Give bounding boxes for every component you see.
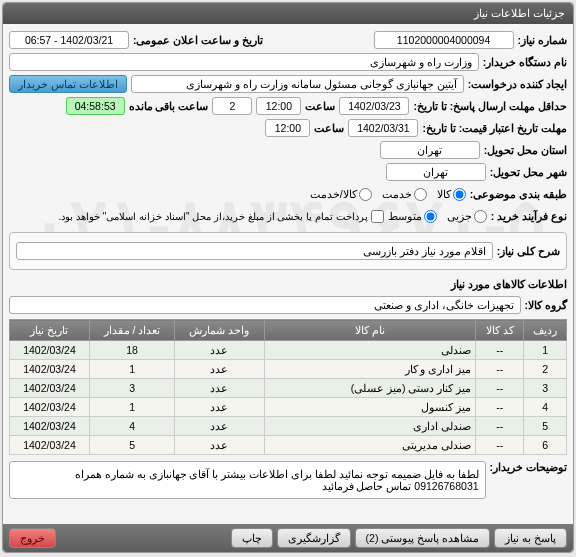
summary-label: شرح کلی نیاز: <box>497 245 560 257</box>
remaining-label: ساعت باقی مانده <box>129 100 209 112</box>
buyer-label: نام دستگاه خریدار: <box>483 56 567 68</box>
announce-label: تاریخ و ساعت اعلان عمومی: <box>133 34 263 46</box>
table-row[interactable]: 1--صندلیعدد181402/03/24 <box>10 341 567 360</box>
buy-process-label: نوع فرآیند خرید : <box>491 210 567 222</box>
countdown-timer: 04:58:53 <box>66 97 125 115</box>
table-row[interactable]: 5--صندلی اداریعدد41402/03/24 <box>10 417 567 436</box>
cell-n: 1 <box>524 341 567 360</box>
group-value: تجهیزات خانگی، اداری و صنعتی <box>9 296 521 314</box>
footer-bar: پاسخ به نیاز مشاهده پاسخ پیوستی (2) گزار… <box>3 524 573 552</box>
proc-note: پرداخت تمام یا بخشی از مبلغ خرید،از محل … <box>59 210 384 223</box>
summary-section: شرح کلی نیاز: اقلام مورد نیاز دفتر بازرس… <box>9 232 567 270</box>
reply-button[interactable]: پاسخ به نیاز <box>494 528 567 548</box>
cell-unit: عدد <box>175 341 264 360</box>
table-row[interactable]: 3--میز کنار دستی (میز عسلی)عدد31402/03/2… <box>10 379 567 398</box>
window: جزئیات اطلاعات نیاز ۰۲۱-۸۸۳۴۹۶۷۰-۵ شماره… <box>2 2 574 553</box>
validity-date: 1402/03/31 <box>348 119 418 137</box>
exit-button[interactable]: خروج <box>9 528 56 548</box>
radio-goods-label: کالا <box>437 188 451 200</box>
th-unit: واحد شمارش <box>175 320 264 341</box>
radio-service-label: خدمت <box>382 188 412 200</box>
content-area: ۰۲۱-۸۸۳۴۹۶۷۰-۵ شماره نیاز: 1102000004000… <box>3 24 573 524</box>
print-button[interactable]: چاپ <box>231 528 273 548</box>
cell-qty: 3 <box>89 379 174 398</box>
radio-service[interactable]: خدمت <box>382 188 427 201</box>
goods-heading: اطلاعات کالاهای مورد نیاز <box>9 278 567 291</box>
th-row: ردیف <box>524 320 567 341</box>
table-row[interactable]: 4--میز کنسولعدد11402/03/24 <box>10 398 567 417</box>
cell-unit: عدد <box>175 379 264 398</box>
buyer-note-value: لطفا به فایل ضمیمه توجه نمائید لطفا برای… <box>9 461 486 499</box>
cell-code: -- <box>476 417 524 436</box>
goods-table: ردیف کد کالا نام کالا واحد شمارش تعداد /… <box>9 319 567 455</box>
radio-goods-service-input[interactable] <box>359 188 372 201</box>
group-label: گروه کالا: <box>525 299 567 311</box>
radio-goods-service[interactable]: کالا/خدمت <box>310 188 372 201</box>
need-no-label: شماره نیاز: <box>518 34 567 46</box>
validity-hour: 12:00 <box>265 119 310 137</box>
buy-process-group: جزیی متوسط <box>388 210 487 223</box>
need-no-value: 1102000004000094 <box>374 31 514 49</box>
radio-partial[interactable]: جزیی <box>447 210 487 223</box>
report-button[interactable]: گزارشگیری <box>277 528 351 548</box>
cell-unit: عدد <box>175 360 264 379</box>
deadline-reply-hour: 12:00 <box>256 97 301 115</box>
creator-label: ایجاد کننده درخواست: <box>468 78 567 90</box>
table-row[interactable]: 2--میز اداری و کارعدد11402/03/24 <box>10 360 567 379</box>
cell-name: میز کنسول <box>264 398 476 417</box>
cell-code: -- <box>476 398 524 417</box>
cell-date: 1402/03/24 <box>10 417 90 436</box>
deliver-city-value: تهران <box>386 163 486 181</box>
cell-qty: 1 <box>89 360 174 379</box>
cell-n: 4 <box>524 398 567 417</box>
cell-name: صندلی <box>264 341 476 360</box>
th-name: نام کالا <box>264 320 476 341</box>
cell-qty: 1 <box>89 398 174 417</box>
view-reply-button[interactable]: مشاهده پاسخ پیوستی (2) <box>355 528 491 548</box>
deliver-city-label: شهر محل تحویل: <box>490 166 567 178</box>
cell-unit: عدد <box>175 436 264 455</box>
deadline-reply-label: حداقل مهلت ارسال پاسخ: تا تاریخ: <box>413 100 567 112</box>
cell-unit: عدد <box>175 398 264 417</box>
deliver-state-value: تهران <box>380 141 480 159</box>
cell-code: -- <box>476 436 524 455</box>
deliver-state-label: استان محل تحویل: <box>484 144 567 156</box>
cell-name: صندلی مدیریتی <box>264 436 476 455</box>
buyer-note-label: توضیحات خریدار: <box>490 461 567 473</box>
radio-goods-service-label: کالا/خدمت <box>310 188 357 200</box>
radio-goods-input[interactable] <box>453 188 466 201</box>
radio-partial-input[interactable] <box>474 210 487 223</box>
days-left: 2 <box>212 97 252 115</box>
proc-note-text: پرداخت تمام یا بخشی از مبلغ خرید،از محل … <box>59 211 368 222</box>
cell-name: میز کنار دستی (میز عسلی) <box>264 379 476 398</box>
radio-service-input[interactable] <box>414 188 427 201</box>
announce-value: 1402/03/21 - 06:57 <box>9 31 129 49</box>
cell-date: 1402/03/24 <box>10 398 90 417</box>
radio-partial-label: جزیی <box>447 210 472 222</box>
cell-date: 1402/03/24 <box>10 341 90 360</box>
cell-n: 2 <box>524 360 567 379</box>
cell-unit: عدد <box>175 417 264 436</box>
cell-qty: 5 <box>89 436 174 455</box>
radio-medium[interactable]: متوسط <box>388 210 437 223</box>
cell-date: 1402/03/24 <box>10 436 90 455</box>
classification-label: طبقه بندی موضوعی: <box>470 188 567 200</box>
deadline-reply-date: 1402/03/23 <box>339 97 409 115</box>
validity-label: مهلت تاریخ اعتبار قیمت: تا تاریخ: <box>422 122 567 134</box>
classification-group: کالا خدمت کالا/خدمت <box>310 188 466 201</box>
hour-label-1: ساعت <box>305 100 335 112</box>
hour-label-2: ساعت <box>314 122 344 134</box>
table-row[interactable]: 6--صندلی مدیریتیعدد51402/03/24 <box>10 436 567 455</box>
radio-goods[interactable]: کالا <box>437 188 466 201</box>
cell-code: -- <box>476 341 524 360</box>
buyer-value: وزارت راه و شهرسازی <box>9 53 479 71</box>
creator-value: آیتین جهانبازی گوجانی مسئول سامانه وزارت… <box>131 75 464 93</box>
radio-medium-label: متوسط <box>388 210 422 222</box>
proc-note-checkbox[interactable] <box>371 210 384 223</box>
contact-button[interactable]: اطلاعات تماس خریدار <box>9 75 127 93</box>
cell-name: میز اداری و کار <box>264 360 476 379</box>
cell-code: -- <box>476 379 524 398</box>
radio-medium-input[interactable] <box>424 210 437 223</box>
cell-name: صندلی اداری <box>264 417 476 436</box>
th-code: کد کالا <box>476 320 524 341</box>
